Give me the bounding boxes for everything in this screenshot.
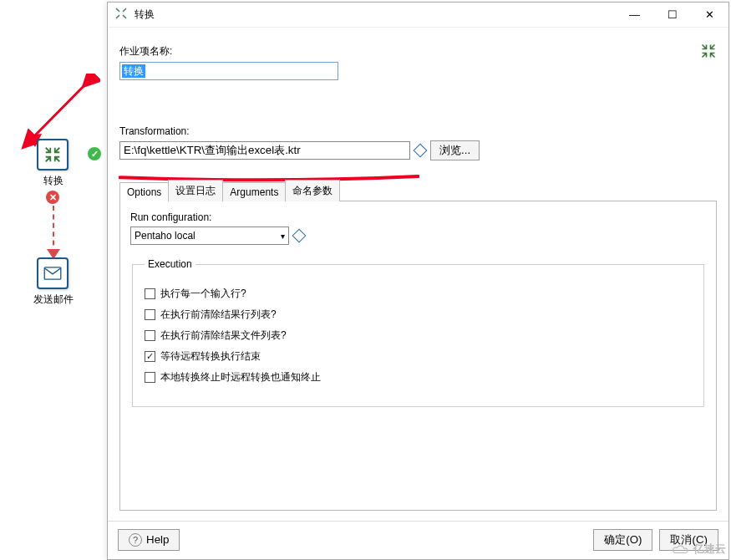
collapse-icon — [43, 145, 62, 164]
transformation-path-input[interactable] — [119, 141, 410, 160]
checkbox-label: 等待远程转换执行结束 — [160, 349, 261, 364]
help-label: Help — [146, 533, 169, 546]
variable-icon[interactable] — [292, 229, 307, 243]
watermark: 亿速云 — [672, 542, 726, 557]
button-bar: ? Help 确定(O) 取消(C) — [108, 521, 728, 557]
checkbox-label: 在执行前清除结果文件列表? — [160, 328, 287, 343]
chevron-down-icon: ▾ — [281, 232, 285, 241]
cloud-icon — [672, 543, 690, 555]
execution-group: Execution 执行每一个输入行? 在执行前清除结果行列表? 在执行前清除结… — [132, 258, 704, 407]
tab-arguments[interactable]: Arguments — [222, 182, 286, 201]
run-config-label: Run configuration: — [130, 211, 706, 223]
status-success-icon: ✓ — [88, 147, 101, 160]
minimize-button[interactable]: — — [616, 3, 653, 28]
variable-icon[interactable] — [414, 144, 428, 158]
checkbox-label: 本地转换终止时远程转换也通知终止 — [160, 370, 321, 384]
tab-named-params[interactable]: 命名参数 — [285, 180, 340, 201]
checkbox-clear-result-files[interactable] — [145, 330, 155, 341]
collapse-panel-icon[interactable] — [700, 43, 717, 64]
node-mail-label: 发送邮件 — [20, 293, 87, 307]
help-icon: ? — [129, 533, 142, 547]
checkbox-label: 执行每一个输入行? — [160, 287, 246, 301]
node-mail[interactable] — [37, 257, 69, 289]
transform-dialog: 转换 — ☐ ✕ 作业项名称: 转换 /* selection above re… — [107, 2, 729, 560]
job-name-label: 作业项名称: — [119, 44, 717, 59]
run-config-select[interactable]: Pentaho local ▾ — [130, 227, 289, 245]
checkbox-abort-remote[interactable] — [145, 372, 155, 383]
transformation-label: Transformation: — [119, 125, 717, 137]
job-name-input[interactable] — [119, 62, 338, 80]
svg-rect-3 — [44, 267, 61, 279]
connection-line — [53, 206, 54, 254]
job-canvas[interactable]: 转换 ✓ ✕ 发送邮件 — [0, 0, 107, 560]
checkbox-label: 在执行前清除结果行列表? — [160, 308, 277, 322]
execution-legend: Execution — [145, 258, 195, 270]
node-transform[interactable] — [37, 139, 69, 171]
titlebar: 转换 — ☐ ✕ — [108, 3, 728, 28]
tab-panel-options: Run configuration: Pentaho local ▾ Execu… — [119, 201, 717, 511]
run-config-value: Pentaho local — [135, 230, 195, 242]
help-button[interactable]: ? Help — [118, 529, 180, 551]
tab-options[interactable]: Options — [119, 182, 169, 201]
mail-icon — [43, 267, 62, 280]
maximize-button[interactable]: ☐ — [653, 3, 691, 28]
browse-button[interactable]: 浏览... — [430, 140, 480, 160]
status-fail-icon: ✕ — [46, 191, 59, 204]
ok-button[interactable]: 确定(O) — [593, 529, 652, 551]
app-icon — [114, 7, 128, 23]
checkbox-clear-result-rows[interactable] — [145, 309, 155, 320]
tab-logging[interactable]: 设置日志 — [168, 180, 223, 201]
svg-line-0 — [32, 78, 92, 139]
node-transform-label: 转换 — [20, 174, 87, 188]
checkbox-wait-remote[interactable] — [145, 351, 155, 362]
checkbox-exec-each-row[interactable] — [145, 288, 155, 299]
close-button[interactable]: ✕ — [691, 3, 728, 28]
dialog-title: 转换 — [135, 8, 155, 22]
